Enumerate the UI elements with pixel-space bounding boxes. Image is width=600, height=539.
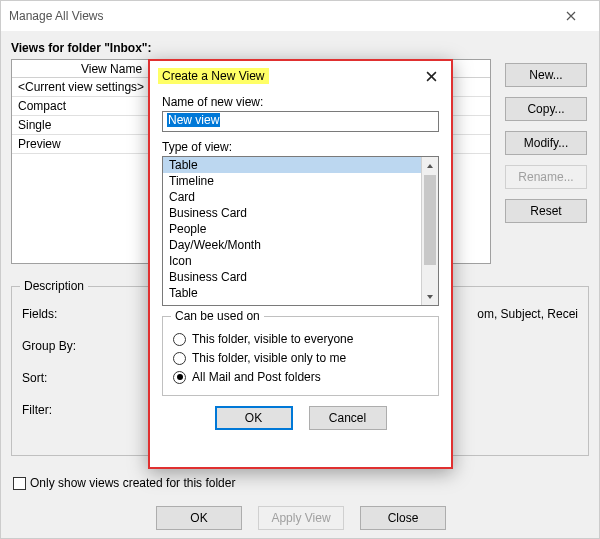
groupby-label: Group By: xyxy=(22,339,94,353)
reset-button[interactable]: Reset xyxy=(505,199,587,223)
list-item[interactable]: Icon xyxy=(163,253,421,269)
list-item[interactable]: People xyxy=(163,221,421,237)
list-item[interactable]: Card xyxy=(163,189,421,205)
list-item[interactable]: Business Card xyxy=(163,269,421,285)
close-icon xyxy=(426,71,437,82)
cnv-title: Create a New View xyxy=(158,68,269,84)
filter-label: Filter: xyxy=(22,403,94,417)
mav-titlebar: Manage All Views xyxy=(1,1,599,31)
cnv-close-button[interactable] xyxy=(411,62,451,90)
modify-button[interactable]: Modify... xyxy=(505,131,587,155)
type-of-view-label: Type of view: xyxy=(162,140,439,154)
list-item[interactable]: Timeline xyxy=(163,173,421,189)
cnv-cancel-button[interactable]: Cancel xyxy=(309,406,387,430)
can-be-used-on-legend: Can be used on xyxy=(171,309,264,323)
scroll-down-button[interactable] xyxy=(422,288,438,305)
name-of-view-label: Name of new view: xyxy=(162,95,439,109)
chevron-up-icon xyxy=(426,162,434,170)
copy-button[interactable]: Copy... xyxy=(505,97,587,121)
scroll-up-button[interactable] xyxy=(422,157,438,174)
can-be-used-on-group: Can be used on This folder, visible to e… xyxy=(162,316,439,396)
usedon-label-1: This folder, visible to everyone xyxy=(192,332,353,346)
only-show-checkbox[interactable] xyxy=(13,477,26,490)
rename-button: Rename... xyxy=(505,165,587,189)
views-for-folder-label: Views for folder "Inbox": xyxy=(11,41,589,55)
listbox-scrollbar[interactable] xyxy=(421,157,438,305)
list-item[interactable]: Day/Week/Month xyxy=(163,237,421,253)
cnv-ok-button[interactable]: OK xyxy=(215,406,293,430)
fields-label: Fields: xyxy=(22,307,94,321)
only-show-views-checkbox-row[interactable]: Only show views created for this folder xyxy=(13,476,235,490)
cnv-titlebar: Create a New View xyxy=(150,61,451,91)
list-item[interactable]: Business Card xyxy=(163,205,421,221)
only-show-label: Only show views created for this folder xyxy=(30,476,235,490)
sort-label: Sort: xyxy=(22,371,94,385)
list-item[interactable]: Table xyxy=(163,157,421,173)
manage-all-views-dialog: Manage All Views Views for folder "Inbox… xyxy=(0,0,600,539)
type-of-view-listbox[interactable]: Table Timeline Card Business Card People… xyxy=(162,156,439,306)
list-item[interactable]: Table xyxy=(163,285,421,301)
name-of-view-input[interactable]: New view xyxy=(162,111,439,132)
mav-close-button[interactable] xyxy=(551,2,591,30)
apply-view-button: Apply View xyxy=(258,506,344,530)
name-of-view-value: New view xyxy=(167,113,220,127)
radio-icon xyxy=(173,333,186,346)
radio-icon xyxy=(173,352,186,365)
radio-icon xyxy=(173,371,186,384)
usedon-option-3[interactable]: All Mail and Post folders xyxy=(173,370,428,384)
usedon-option-1[interactable]: This folder, visible to everyone xyxy=(173,332,428,346)
close-button[interactable]: Close xyxy=(360,506,446,530)
ok-button[interactable]: OK xyxy=(156,506,242,530)
new-button[interactable]: New... xyxy=(505,63,587,87)
usedon-label-3: All Mail and Post folders xyxy=(192,370,321,384)
chevron-down-icon xyxy=(426,293,434,301)
scrollbar-thumb[interactable] xyxy=(424,175,436,265)
close-icon xyxy=(566,11,576,21)
description-legend: Description xyxy=(20,279,88,293)
usedon-label-2: This folder, visible only to me xyxy=(192,351,346,365)
create-new-view-dialog: Create a New View Name of new view: New … xyxy=(148,59,453,469)
mav-title: Manage All Views xyxy=(9,9,551,23)
usedon-option-2[interactable]: This folder, visible only to me xyxy=(173,351,428,365)
